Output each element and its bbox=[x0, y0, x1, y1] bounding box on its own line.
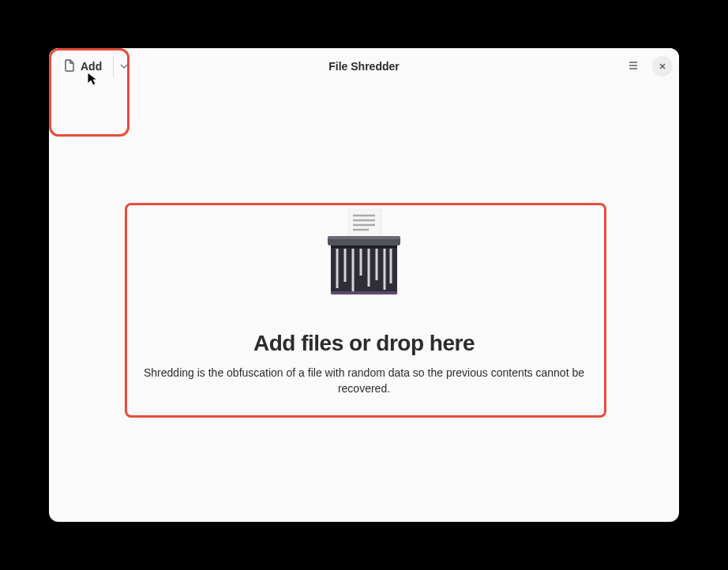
document-icon bbox=[63, 59, 76, 74]
add-button-label: Add bbox=[81, 60, 102, 73]
window-title: File Shredder bbox=[328, 60, 399, 73]
add-button-group: Add bbox=[55, 54, 134, 79]
chevron-down-icon bbox=[120, 61, 128, 73]
shredder-icon bbox=[328, 209, 400, 299]
add-dropdown-button[interactable] bbox=[113, 56, 134, 77]
close-button[interactable] bbox=[652, 56, 673, 77]
main-content: Add files or drop here Shredding is the … bbox=[49, 84, 679, 522]
hamburger-icon bbox=[628, 60, 639, 73]
svg-rect-23 bbox=[331, 291, 397, 294]
svg-rect-14 bbox=[331, 246, 397, 248]
drop-area[interactable]: Add files or drop here Shredding is the … bbox=[135, 209, 593, 396]
add-button[interactable]: Add bbox=[55, 54, 110, 79]
drop-description: Shredding is the obfuscation of a file w… bbox=[143, 366, 585, 396]
app-window: Add File Shredder bbox=[49, 48, 679, 522]
drop-heading: Add files or drop here bbox=[253, 331, 475, 356]
close-icon bbox=[659, 61, 666, 73]
header-bar: Add File Shredder bbox=[49, 48, 679, 84]
svg-rect-13 bbox=[331, 246, 397, 294]
header-right bbox=[621, 54, 673, 79]
svg-rect-12 bbox=[328, 236, 400, 239]
menu-button[interactable] bbox=[621, 54, 646, 79]
